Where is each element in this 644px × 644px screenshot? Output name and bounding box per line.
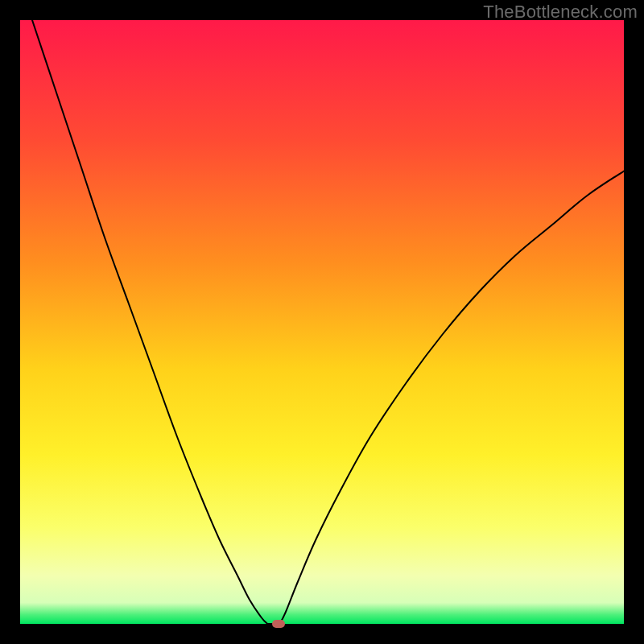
plot-background: [20, 20, 624, 624]
optimal-point-marker: [272, 620, 285, 628]
chart-frame: TheBottleneck.com: [0, 0, 644, 644]
watermark-text: TheBottleneck.com: [483, 2, 638, 23]
bottleneck-chart: [20, 20, 624, 624]
